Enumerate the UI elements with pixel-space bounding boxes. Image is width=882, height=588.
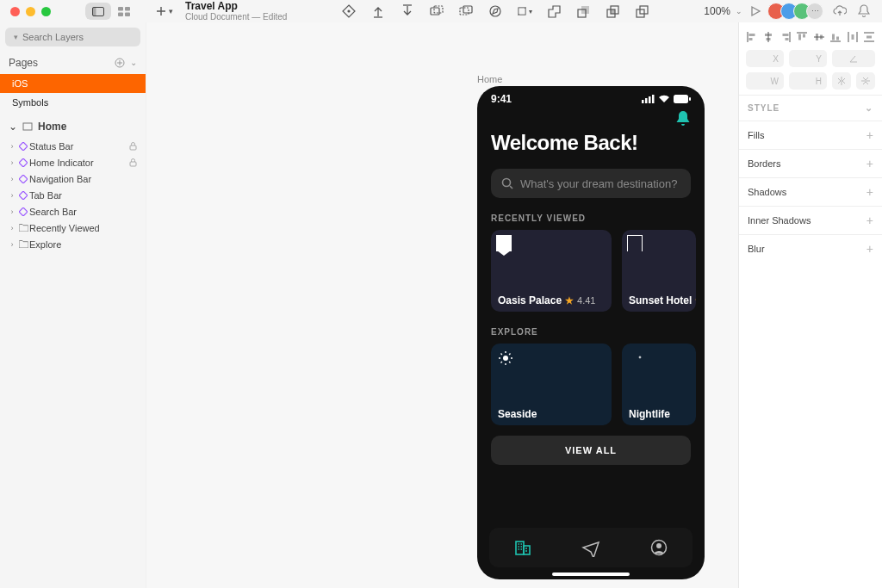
home-indicator	[552, 573, 630, 576]
forward-icon[interactable]	[370, 3, 386, 19]
preview-button[interactable]	[748, 3, 763, 19]
layer-row[interactable]: › Status Bar	[0, 138, 146, 154]
fills-section[interactable]: Fills+	[739, 121, 882, 149]
backward-icon[interactable]	[400, 3, 415, 19]
page-item-symbols[interactable]: Symbols	[0, 93, 146, 112]
svg-rect-2	[118, 7, 123, 11]
svg-rect-17	[611, 9, 615, 14]
align-top-icon[interactable]	[797, 29, 809, 45]
recent-card-oasis[interactable]: Oasis Palace ★4.41	[491, 230, 612, 312]
add-blur-button[interactable]: +	[866, 242, 873, 256]
edit-icon[interactable]	[488, 3, 503, 19]
layer-row[interactable]: › Search Bar	[0, 203, 146, 220]
close-button[interactable]	[10, 7, 20, 16]
bookmark-outline-icon[interactable]	[627, 235, 643, 251]
layer-row[interactable]: › Navigation Bar	[0, 170, 146, 187]
fullscreen-button[interactable]	[41, 7, 51, 16]
document-title[interactable]: Travel App	[185, 1, 287, 12]
align-hcenter-icon[interactable]	[763, 29, 775, 45]
svg-rect-25	[642, 100, 644, 103]
y-field[interactable]: Y	[789, 50, 827, 67]
svg-rect-23	[130, 145, 136, 150]
view-all-button[interactable]: VIEW ALL	[491, 436, 691, 465]
search-layers-field[interactable]: ▾	[5, 28, 140, 46]
distribute-h-icon[interactable]	[847, 29, 859, 45]
tab-profile[interactable]	[650, 539, 668, 556]
recent-card-sunset[interactable]: Sunset Hotel ★	[622, 230, 696, 312]
search-bar[interactable]: What's your dream destination?	[491, 169, 691, 198]
ungroup-icon[interactable]	[458, 3, 474, 19]
notification-bell-icon[interactable]	[675, 110, 691, 127]
svg-rect-5	[125, 12, 130, 16]
components-mode-button[interactable]	[111, 3, 137, 20]
style-header[interactable]: STYLE ⌄	[739, 95, 882, 121]
explore-card-nightlife[interactable]: Nightlife	[622, 344, 696, 425]
add-shadow-button[interactable]: +	[866, 185, 873, 199]
view-mode-segmented	[85, 3, 137, 20]
collaborator-avatars[interactable]: ⋯	[772, 3, 823, 20]
document-status: Cloud Document — Edited	[185, 12, 287, 22]
layer-row[interactable]: › Explore	[0, 236, 146, 252]
transform-icon[interactable]: ▾	[517, 3, 532, 19]
add-border-button[interactable]: +	[866, 157, 873, 170]
tab-flights[interactable]	[581, 538, 600, 557]
layer-row[interactable]: › Recently Viewed	[0, 220, 146, 236]
artboard-label[interactable]: Home	[477, 74, 502, 84]
cloud-upload-icon[interactable]	[832, 3, 848, 19]
align-bottom-icon[interactable]	[830, 29, 842, 45]
flip-v-button[interactable]	[856, 72, 875, 90]
pages-chevron-icon[interactable]: ⌄	[130, 58, 137, 68]
h-field[interactable]: H	[789, 72, 827, 90]
svg-rect-24	[130, 162, 136, 166]
bool-subtract-icon[interactable]	[575, 3, 591, 19]
align-vcenter-icon[interactable]	[813, 29, 825, 45]
x-field[interactable]: X	[746, 50, 784, 67]
symbol-icon	[17, 158, 29, 167]
layer-row[interactable]: › Home Indicator	[0, 154, 146, 170]
layer-row[interactable]: › Tab Bar	[0, 187, 146, 203]
tab-hotels[interactable]	[514, 539, 531, 556]
toolbar-center: ▾	[287, 3, 704, 19]
left-sidebar: ▾ Pages ⌄ iOS Symbols ⌄ Home	[0, 22, 146, 588]
lock-icon[interactable]	[129, 142, 137, 151]
svg-rect-38	[748, 38, 752, 40]
shadows-section[interactable]: Shadows+	[739, 177, 882, 206]
minimize-button[interactable]	[26, 7, 35, 16]
distribute-v-icon[interactable]	[864, 29, 876, 45]
notifications-icon[interactable]	[856, 3, 872, 19]
page-item-ios[interactable]: iOS	[0, 74, 146, 93]
svg-rect-28	[652, 95, 655, 103]
bool-union-icon[interactable]	[546, 3, 562, 19]
w-field[interactable]: W	[746, 72, 784, 90]
artboard-header[interactable]: ⌄ Home	[0, 112, 146, 138]
angle-field[interactable]	[832, 50, 875, 67]
blur-section[interactable]: Blur+	[739, 234, 882, 263]
align-right-icon[interactable]	[780, 29, 792, 45]
symbol-icon	[17, 175, 29, 183]
flip-h-button[interactable]	[832, 72, 851, 90]
insert-button[interactable]: ▾	[156, 6, 173, 16]
inner-shadows-section[interactable]: Inner Shadows+	[739, 206, 882, 234]
add-page-button[interactable]	[115, 58, 125, 68]
card-title: Oasis Palace	[498, 294, 562, 306]
canvas-mode-button[interactable]	[85, 3, 111, 20]
lock-icon[interactable]	[129, 158, 137, 167]
zoom-control[interactable]: 100% ⌄	[704, 5, 742, 17]
bookmark-icon[interactable]	[496, 235, 512, 251]
symbol-tool-icon[interactable]	[341, 3, 357, 19]
borders-section[interactable]: Borders+	[739, 149, 882, 177]
artboard-home[interactable]: 9:41 Welcome Back! What's your dream des…	[477, 86, 705, 579]
add-fill-button[interactable]: +	[866, 128, 873, 142]
bool-difference-icon[interactable]	[634, 3, 649, 19]
canvas[interactable]: Home 9:41 Welcome Back! What's your d	[146, 22, 738, 588]
search-layers-input[interactable]	[21, 31, 143, 43]
artboard-name: Home	[38, 121, 66, 133]
svg-rect-3	[125, 7, 130, 11]
bool-intersect-icon[interactable]	[605, 3, 620, 19]
explore-card-seaside[interactable]: Seaside	[491, 344, 612, 425]
group-icon[interactable]	[429, 3, 444, 19]
add-inner-shadow-button[interactable]: +	[866, 214, 873, 227]
align-left-icon[interactable]	[746, 29, 758, 45]
folder-icon	[17, 240, 29, 248]
svg-rect-34	[524, 546, 530, 554]
